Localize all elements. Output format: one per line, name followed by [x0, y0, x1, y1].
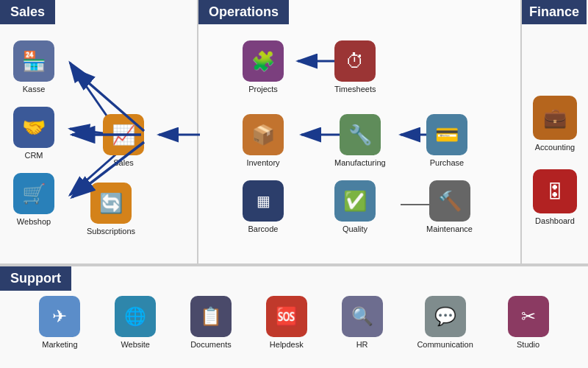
manufacturing-icon: 🔧	[340, 114, 381, 155]
documents-icon: 📋	[190, 296, 232, 337]
webshop-icon: 🛒	[13, 173, 54, 214]
timesheets-label: Timesheets	[334, 85, 376, 93]
projects-icon: 🧩	[243, 40, 284, 82]
app-webshop[interactable]: 🛒 Webshop	[13, 173, 54, 226]
quality-icon: ✅	[334, 180, 376, 222]
barcode-icon: ▦	[243, 180, 284, 222]
app-quality[interactable]: ✅ Quality	[334, 180, 376, 233]
inventory-label: Inventory	[246, 158, 279, 167]
purchase-icon: 💳	[426, 114, 467, 155]
timesheets-icon: ⏱	[334, 40, 376, 82]
accounting-label: Accounting	[535, 143, 575, 152]
app-purchase[interactable]: 💳 Purchase	[426, 114, 467, 167]
sales-label: Sales	[113, 158, 134, 167]
sales-icon: 📈	[103, 114, 144, 155]
projects-label: Projects	[248, 85, 278, 93]
helpdesk-icon: 🆘	[266, 296, 307, 337]
sales-header: Sales	[0, 0, 55, 24]
app-manufacturing[interactable]: 🔧 Manufacturing	[334, 114, 386, 167]
marketing-icon: ✈	[39, 296, 80, 337]
app-kasse[interactable]: 🏪 Kasse	[13, 40, 54, 93]
helpdesk-label: Helpdesk	[270, 340, 304, 349]
accounting-icon: 💼	[533, 96, 577, 140]
support-row: ✈ Marketing 🌐 Website 📋 Documents 🆘 Help…	[0, 289, 588, 353]
finance-header: Finance	[522, 0, 587, 24]
app-barcode[interactable]: ▦ Barcode	[243, 180, 284, 233]
studio-label: Studio	[517, 340, 539, 349]
maintenance-icon: 🔨	[429, 180, 470, 222]
app-website[interactable]: 🌐 Website	[115, 296, 156, 349]
inventory-icon: 📦	[243, 114, 284, 155]
barcode-label: Barcode	[248, 224, 279, 233]
sales-panel: Sales 🏪 Kass	[0, 0, 198, 263]
app-sales[interactable]: 📈 Sales	[103, 114, 144, 167]
main-container: Sales 🏪 Kass	[0, 0, 588, 368]
operations-panel: Operations 🧩 Projects	[198, 0, 522, 263]
app-dashboard[interactable]: 🎛 Dashboard	[533, 169, 577, 225]
kasse-label: Kasse	[23, 85, 46, 93]
top-section: Sales 🏪 Kass	[0, 0, 588, 265]
subscriptions-label: Subscriptions	[87, 227, 135, 236]
app-helpdesk[interactable]: 🆘 Helpdesk	[266, 296, 307, 349]
app-marketing[interactable]: ✈ Marketing	[39, 296, 80, 349]
purchase-label: Purchase	[430, 158, 464, 167]
website-label: Website	[121, 340, 150, 349]
communication-label: Communication	[417, 340, 473, 349]
app-projects[interactable]: 🧩 Projects	[243, 40, 284, 93]
app-accounting[interactable]: 💼 Accounting	[533, 96, 577, 152]
communication-icon: 💬	[425, 296, 466, 337]
app-subscriptions[interactable]: 🔄 Subscriptions	[87, 183, 135, 236]
support-header: Support	[0, 266, 71, 291]
app-communication[interactable]: 💬 Communication	[417, 296, 473, 349]
crm-icon: 🤝	[13, 107, 54, 148]
app-crm[interactable]: 🤝 CRM	[13, 107, 54, 160]
finance-panel: Finance 💼 Accounting 🎛 Dashboard	[522, 0, 588, 263]
app-maintenance[interactable]: 🔨 Maintenance	[426, 180, 473, 233]
support-panel: Support ✈ Marketing 🌐 Website 📋 Document…	[0, 265, 588, 368]
app-inventory[interactable]: 📦 Inventory	[243, 114, 284, 167]
manufacturing-label: Manufacturing	[334, 158, 386, 167]
subscriptions-icon: 🔄	[90, 183, 132, 224]
dashboard-label: Dashboard	[535, 216, 575, 225]
crm-label: CRM	[24, 151, 43, 160]
kasse-icon: 🏪	[13, 40, 54, 82]
studio-icon: ✂	[508, 296, 549, 337]
quality-label: Quality	[343, 224, 368, 233]
dashboard-icon: 🎛	[533, 169, 577, 213]
hr-label: HR	[356, 340, 368, 349]
webshop-label: Webshop	[17, 217, 51, 226]
website-icon: 🌐	[115, 296, 156, 337]
maintenance-label: Maintenance	[426, 224, 473, 233]
app-timesheets[interactable]: ⏱ Timesheets	[334, 40, 376, 93]
operations-header: Operations	[198, 0, 289, 24]
hr-icon: 🔍	[342, 296, 383, 337]
documents-label: Documents	[190, 340, 232, 349]
app-studio[interactable]: ✂ Studio	[508, 296, 549, 349]
app-hr[interactable]: 🔍 HR	[342, 296, 383, 349]
app-documents[interactable]: 📋 Documents	[190, 296, 232, 349]
marketing-label: Marketing	[42, 340, 77, 349]
